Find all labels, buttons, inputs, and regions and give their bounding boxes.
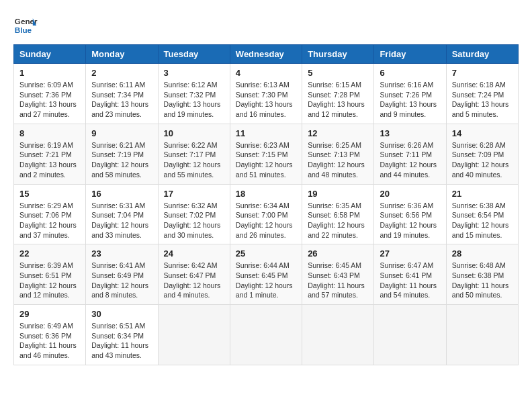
- day-number: 6: [380, 68, 440, 78]
- day-number: 3: [164, 68, 224, 78]
- calendar-cell: 18Sunrise: 6:34 AM Sunset: 7:00 PM Dayli…: [230, 184, 302, 244]
- weekday-monday: Monday: [86, 45, 158, 64]
- calendar-cell: [374, 305, 446, 365]
- weekday-tuesday: Tuesday: [158, 45, 230, 64]
- logo: General Blue: [13, 13, 38, 38]
- calendar-cell: 15Sunrise: 6:29 AM Sunset: 7:06 PM Dayli…: [14, 184, 86, 244]
- day-number: 23: [91, 248, 152, 259]
- weekday-saturday: Saturday: [446, 45, 518, 64]
- calendar-cell: 7Sunrise: 6:18 AM Sunset: 7:24 PM Daylig…: [446, 64, 518, 124]
- calendar: SundayMondayTuesdayWednesdayThursdayFrid…: [13, 44, 519, 365]
- calendar-cell: 14Sunrise: 6:28 AM Sunset: 7:09 PM Dayli…: [446, 124, 518, 184]
- day-number: 12: [308, 128, 368, 138]
- day-info: Sunrise: 6:32 AM Sunset: 7:02 PM Dayligh…: [164, 201, 224, 240]
- calendar-cell: 13Sunrise: 6:26 AM Sunset: 7:11 PM Dayli…: [374, 124, 446, 184]
- calendar-cell: 26Sunrise: 6:45 AM Sunset: 6:43 PM Dayli…: [302, 244, 374, 305]
- day-info: Sunrise: 6:18 AM Sunset: 7:24 PM Dayligh…: [452, 80, 513, 120]
- day-number: 11: [236, 128, 296, 138]
- weekday-header: SundayMondayTuesdayWednesdayThursdayFrid…: [14, 45, 519, 64]
- day-info: Sunrise: 6:25 AM Sunset: 7:13 PM Dayligh…: [308, 140, 368, 180]
- svg-text:Blue: Blue: [15, 26, 32, 34]
- day-info: Sunrise: 6:44 AM Sunset: 6:45 PM Dayligh…: [236, 261, 296, 300]
- day-number: 30: [91, 309, 152, 319]
- day-number: 5: [308, 68, 368, 78]
- day-number: 18: [236, 189, 296, 199]
- day-number: 16: [91, 189, 152, 199]
- calendar-cell: 29Sunrise: 6:49 AM Sunset: 6:36 PM Dayli…: [14, 305, 86, 365]
- calendar-cell: 20Sunrise: 6:36 AM Sunset: 6:56 PM Dayli…: [374, 184, 446, 244]
- calendar-cell: 1Sunrise: 6:09 AM Sunset: 7:36 PM Daylig…: [14, 64, 86, 124]
- day-info: Sunrise: 6:15 AM Sunset: 7:28 PM Dayligh…: [308, 80, 368, 120]
- day-info: Sunrise: 6:26 AM Sunset: 7:11 PM Dayligh…: [380, 140, 440, 180]
- calendar-cell: 25Sunrise: 6:44 AM Sunset: 6:45 PM Dayli…: [230, 244, 302, 305]
- day-info: Sunrise: 6:22 AM Sunset: 7:17 PM Dayligh…: [164, 140, 224, 180]
- day-number: 25: [236, 248, 296, 259]
- calendar-cell: 10Sunrise: 6:22 AM Sunset: 7:17 PM Dayli…: [158, 124, 230, 184]
- day-number: 13: [380, 128, 440, 138]
- calendar-cell: 6Sunrise: 6:16 AM Sunset: 7:26 PM Daylig…: [374, 64, 446, 124]
- day-info: Sunrise: 6:49 AM Sunset: 6:36 PM Dayligh…: [19, 321, 80, 361]
- calendar-cell: 11Sunrise: 6:23 AM Sunset: 7:15 PM Dayli…: [230, 124, 302, 184]
- day-info: Sunrise: 6:11 AM Sunset: 7:34 PM Dayligh…: [91, 80, 152, 120]
- week-row-1: 1Sunrise: 6:09 AM Sunset: 7:36 PM Daylig…: [14, 64, 519, 124]
- weekday-thursday: Thursday: [302, 45, 374, 64]
- day-number: 19: [308, 189, 368, 199]
- week-row-4: 22Sunrise: 6:39 AM Sunset: 6:51 PM Dayli…: [14, 244, 519, 305]
- calendar-cell: [158, 305, 230, 365]
- day-info: Sunrise: 6:47 AM Sunset: 6:41 PM Dayligh…: [380, 261, 440, 300]
- day-info: Sunrise: 6:38 AM Sunset: 6:54 PM Dayligh…: [452, 201, 513, 240]
- day-info: Sunrise: 6:23 AM Sunset: 7:15 PM Dayligh…: [236, 140, 296, 180]
- calendar-cell: 27Sunrise: 6:47 AM Sunset: 6:41 PM Dayli…: [374, 244, 446, 305]
- day-number: 21: [452, 189, 513, 199]
- calendar-cell: 17Sunrise: 6:32 AM Sunset: 7:02 PM Dayli…: [158, 184, 230, 244]
- calendar-cell: 19Sunrise: 6:35 AM Sunset: 6:58 PM Dayli…: [302, 184, 374, 244]
- day-info: Sunrise: 6:41 AM Sunset: 6:49 PM Dayligh…: [91, 261, 152, 300]
- day-info: Sunrise: 6:42 AM Sunset: 6:47 PM Dayligh…: [164, 261, 224, 300]
- day-number: 29: [19, 309, 80, 319]
- calendar-cell: 4Sunrise: 6:13 AM Sunset: 7:30 PM Daylig…: [230, 64, 302, 124]
- calendar-cell: 8Sunrise: 6:19 AM Sunset: 7:21 PM Daylig…: [14, 124, 86, 184]
- day-info: Sunrise: 6:45 AM Sunset: 6:43 PM Dayligh…: [308, 261, 368, 300]
- day-info: Sunrise: 6:48 AM Sunset: 6:38 PM Dayligh…: [452, 261, 513, 300]
- day-info: Sunrise: 6:34 AM Sunset: 7:00 PM Dayligh…: [236, 201, 296, 240]
- day-number: 10: [164, 128, 224, 138]
- day-number: 15: [19, 189, 80, 199]
- day-info: Sunrise: 6:39 AM Sunset: 6:51 PM Dayligh…: [19, 261, 80, 300]
- week-row-5: 29Sunrise: 6:49 AM Sunset: 6:36 PM Dayli…: [14, 305, 519, 365]
- calendar-cell: 22Sunrise: 6:39 AM Sunset: 6:51 PM Dayli…: [14, 244, 86, 305]
- day-info: Sunrise: 6:36 AM Sunset: 6:56 PM Dayligh…: [380, 201, 440, 240]
- day-info: Sunrise: 6:13 AM Sunset: 7:30 PM Dayligh…: [236, 80, 296, 120]
- calendar-cell: 5Sunrise: 6:15 AM Sunset: 7:28 PM Daylig…: [302, 64, 374, 124]
- calendar-cell: 21Sunrise: 6:38 AM Sunset: 6:54 PM Dayli…: [446, 184, 518, 244]
- calendar-cell: 30Sunrise: 6:51 AM Sunset: 6:34 PM Dayli…: [86, 305, 158, 365]
- day-number: 20: [380, 189, 440, 199]
- weekday-friday: Friday: [374, 45, 446, 64]
- weekday-wednesday: Wednesday: [230, 45, 302, 64]
- day-info: Sunrise: 6:51 AM Sunset: 6:34 PM Dayligh…: [91, 321, 152, 361]
- calendar-body: 1Sunrise: 6:09 AM Sunset: 7:36 PM Daylig…: [14, 64, 519, 365]
- day-number: 4: [236, 68, 296, 78]
- day-number: 2: [91, 68, 152, 78]
- day-info: Sunrise: 6:29 AM Sunset: 7:06 PM Dayligh…: [19, 201, 80, 240]
- week-row-3: 15Sunrise: 6:29 AM Sunset: 7:06 PM Dayli…: [14, 184, 519, 244]
- week-row-2: 8Sunrise: 6:19 AM Sunset: 7:21 PM Daylig…: [14, 124, 519, 184]
- day-number: 24: [164, 248, 224, 259]
- calendar-cell: [446, 305, 518, 365]
- day-info: Sunrise: 6:09 AM Sunset: 7:36 PM Dayligh…: [19, 80, 80, 120]
- calendar-cell: [230, 305, 302, 365]
- calendar-cell: 24Sunrise: 6:42 AM Sunset: 6:47 PM Dayli…: [158, 244, 230, 305]
- calendar-cell: 28Sunrise: 6:48 AM Sunset: 6:38 PM Dayli…: [446, 244, 518, 305]
- day-number: 7: [452, 68, 513, 78]
- calendar-cell: 23Sunrise: 6:41 AM Sunset: 6:49 PM Dayli…: [86, 244, 158, 305]
- day-number: 1: [19, 68, 80, 78]
- day-number: 14: [452, 128, 513, 138]
- day-number: 8: [19, 128, 80, 138]
- day-number: 22: [19, 248, 80, 259]
- calendar-cell: 16Sunrise: 6:31 AM Sunset: 7:04 PM Dayli…: [86, 184, 158, 244]
- day-info: Sunrise: 6:19 AM Sunset: 7:21 PM Dayligh…: [19, 140, 80, 180]
- logo-icon: General Blue: [13, 13, 38, 38]
- calendar-cell: 12Sunrise: 6:25 AM Sunset: 7:13 PM Dayli…: [302, 124, 374, 184]
- calendar-cell: [302, 305, 374, 365]
- day-number: 17: [164, 189, 224, 199]
- calendar-cell: 9Sunrise: 6:21 AM Sunset: 7:19 PM Daylig…: [86, 124, 158, 184]
